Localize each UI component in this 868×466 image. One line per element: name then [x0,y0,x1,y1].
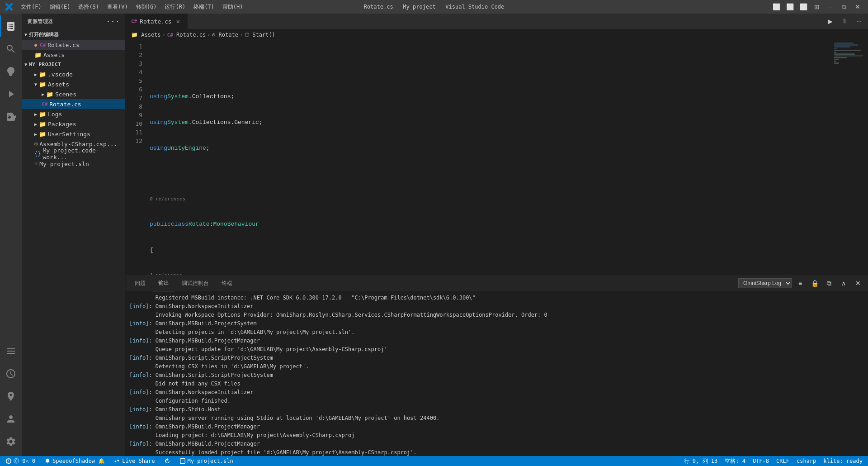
error-icon [5,458,12,464]
code-content[interactable]: using System.Collections; using System.C… [146,40,832,275]
panel: 问题 输出 调试控制台 终端 OmniSharp Log ≡ 🔒 ⧉ ∧ [126,275,868,456]
chevron-assets: ▼ [34,82,37,87]
tree-logs[interactable]: ▶ 📁 Logs [22,109,125,119]
tab-rotate-cs[interactable]: C# Rotate.cs ✕ [126,14,188,29]
status-language[interactable]: csharp [795,456,818,466]
activity-extensions[interactable] [0,106,22,128]
status-liveshare[interactable]: Live Share [112,456,156,466]
output-dropdown[interactable]: OmniSharp Log [738,278,792,288]
activity-remote[interactable] [0,385,22,407]
status-cursor[interactable]: 行 9, 列 13 [682,456,720,466]
panel-tab-output[interactable]: 输出 [153,276,175,291]
close-btn[interactable]: ✕ [852,2,863,11]
ln4: 4 [129,68,142,76]
status-livewire[interactable]: klite: ready [821,456,864,466]
activity-account[interactable] [0,408,22,430]
bell-icon [44,458,51,464]
menu-select[interactable]: 选择(S) [75,2,103,12]
window-title: Rotate.cs - My project - Visual Studio C… [364,4,505,10]
status-user[interactable]: SpeedofShadow 🔔 [42,456,107,466]
split-editor-btn[interactable]: ⫴ [838,15,851,28]
activity-debug[interactable] [0,83,22,105]
tree-rotate-cs[interactable]: C# Rotate.cs [22,99,125,109]
status-spaces[interactable]: 空格: 4 [723,456,747,466]
panel-lock-btn[interactable]: 🔒 [808,277,821,290]
hint-0ref-rotate: 0 references [146,195,832,203]
bc-sep2: › [208,32,210,37]
panel-tab-debug[interactable]: 调试控制台 [176,276,214,291]
code-line-6: { [146,246,832,254]
menu-terminal[interactable]: 终端(T) [190,2,218,12]
editor-main: 1 2 3 4 5 6 7 8 9 10 11 12 [126,40,868,275]
bc-rotate-cs[interactable]: C# Rotate.cs [167,32,206,38]
tab-close-rotate[interactable]: ✕ [175,18,182,25]
menu-run[interactable]: 运行(R) [161,2,189,12]
layout-sidebar-btn[interactable]: ⬜ [770,2,782,11]
activity-scm[interactable] [0,61,22,82]
panel-copy-btn[interactable]: ⧉ [823,277,835,290]
log-line-13: Configuration finished. [129,397,864,405]
mm-l9 [834,57,847,58]
ln1: 1 [129,42,142,51]
status-encoding[interactable]: UTF-8 [751,456,771,466]
activity-settings[interactable] [0,431,22,452]
open-editor-assets[interactable]: 📁 Assets [22,50,125,60]
more-actions-btn[interactable]: ··· [853,15,865,28]
menu-help[interactable]: 帮助(H) [219,2,247,12]
panel-tab-terminal[interactable]: 终端 [216,276,238,291]
tree-packages[interactable]: ▶ 📁 Packages [22,119,125,129]
log-line-7: Queue project update for 'd:\GAMELAB\My … [129,345,864,353]
title-bar: 文件(F) 编辑(E) 选择(S) 查看(V) 转到(G) 运行(R) 终端(T… [0,0,868,14]
panel-content[interactable]: Registered MSBuild instance: .NET Core S… [126,291,868,456]
activity-search[interactable] [0,38,22,60]
layout-panel-btn[interactable]: ⬜ [797,2,809,11]
menu-goto[interactable]: 转到(G) [132,2,160,12]
status-lineending[interactable]: CRLF [774,456,791,466]
chevron-logs: ▶ [34,112,37,117]
menu-view[interactable]: 查看(V) [104,2,132,12]
status-errors[interactable]: ⓪ 0△ 0 [4,456,37,466]
activity-outline[interactable] [0,340,22,362]
status-sync[interactable] [162,456,172,466]
layout-editor-btn[interactable]: ⬜ [784,2,796,11]
tab-cs-icon: C# [131,19,137,24]
dirty-indicator: ● [34,43,37,48]
run-btn[interactable]: ▶ [824,15,836,28]
log-line-18: [info]: OmniSharp.MSBuild.ProjectManager [129,440,864,448]
mm-l8 [834,55,863,57]
tab-label-rotate: Rotate.cs [140,18,171,25]
tree-usersettings[interactable]: ▶ 📁 UserSettings [22,129,125,139]
section-my-project[interactable]: ▼ MY PROJECT [22,60,125,69]
activity-explorer[interactable] [0,15,22,37]
editor-toolbar-right: ▶ ⫴ ··· [824,14,868,29]
tree-code-workspace[interactable]: {} My project.code-work... [22,149,125,159]
activity-bar [0,14,22,456]
folder-icon-scenes: 📁 [46,91,53,98]
bc-rotate-class[interactable]: ⊙ Rotate [212,32,238,38]
panel-tab-problems[interactable]: 问题 [129,276,151,291]
minimize-btn[interactable]: ─ [825,2,836,11]
tree-scenes[interactable]: ▶ 📁 Scenes [22,89,125,99]
panel-close-btn[interactable]: ✕ [852,277,864,290]
code-editor[interactable]: 1 2 3 4 5 6 7 8 9 10 11 12 [126,40,868,275]
activity-timeline[interactable] [0,363,22,385]
status-project[interactable]: My project.sln [178,456,235,466]
menu-edit[interactable]: 编辑(E) [46,2,74,12]
panel-filter-btn[interactable]: ≡ [794,277,807,290]
encoding-label: UTF-8 [753,458,769,464]
bc-start[interactable]: ⬡ Start() [245,32,275,38]
code-icon: {} [34,151,41,157]
restore-btn[interactable]: ⧉ [838,2,850,11]
layout-grid-btn[interactable]: ⊞ [811,2,823,11]
log-line-17: Loading project: d:\GAMELAB\My project\A… [129,431,864,439]
panel-maximize-btn[interactable]: ∧ [837,277,850,290]
section-open-editors[interactable]: ▼ 打开的编辑器 [22,29,125,40]
tree-vscode[interactable]: ▶ 📁 .vscode [22,69,125,79]
tree-assets[interactable]: ▼ 📁 Assets [22,79,125,89]
sidebar-menu-btn[interactable]: ··· [106,17,120,26]
menu-file[interactable]: 文件(F) [17,2,45,12]
open-editor-rotate[interactable]: ● C# Rotate.cs [22,40,125,50]
lineending-label: CRLF [776,458,789,464]
sln-icon: ≡ [34,161,38,167]
bc-assets[interactable]: 📁 Assets [131,32,161,38]
